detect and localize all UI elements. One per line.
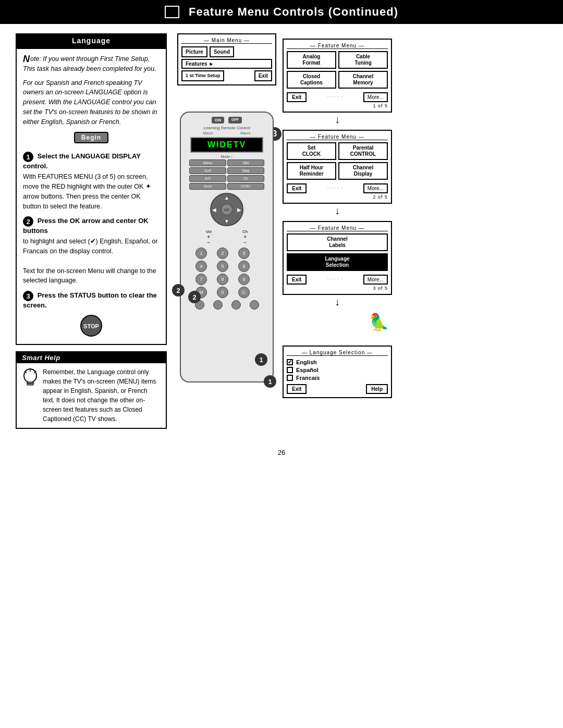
menu-3-dots: · · · · · (327, 277, 342, 281)
mode-label: Mode ↕ (185, 155, 268, 158)
num-5: 5 (217, 261, 228, 272)
smart-help-header: Smart Help (17, 352, 166, 363)
num-4: 4 (195, 261, 207, 272)
espanol-checkbox (287, 367, 293, 373)
dpad-left: ◀ (212, 207, 216, 213)
step-1-badge-remote: 1 (255, 353, 267, 366)
header-title: Feature Menu Controls (Continued) (189, 5, 398, 19)
num-8: 8 (217, 274, 228, 285)
step-1-indicator: 1 (264, 375, 276, 388)
feature-menu-1-title: — Feature Menu — (287, 43, 388, 49)
step-2-body: to highlight and select (✔) English, Esp… (23, 237, 160, 286)
feature-menu-1-grid: AnalogFormat CableTuning ClosedCaptions … (287, 51, 388, 89)
dpad-center[interactable]: OK (221, 204, 232, 215)
analog-format-item: AnalogFormat (287, 51, 336, 69)
macro2-label: Macro (240, 131, 250, 135)
begin-button: Begin (74, 132, 108, 143)
closed-captions-item: ClosedCaptions (287, 71, 336, 89)
feature-menu-1-container: — Feature Menu — AnalogFormat CableTunin… (283, 39, 392, 127)
left-column: Language Note: If you went through First… (16, 33, 167, 429)
half-hour-item: Half HourReminder (287, 162, 336, 180)
ch-btn: Ch (227, 175, 264, 182)
header-box (165, 6, 179, 18)
num-c: C (238, 287, 250, 298)
remote-control: 3 ON OFF Learning Remote Control Macro M… (177, 96, 276, 398)
main-menu-screen: — Main Menu — Picture Sound Features ► 1… (177, 33, 276, 85)
feature-menu-1: — Feature Menu — AnalogFormat CableTunin… (283, 39, 392, 113)
num-1: 1 (195, 248, 207, 259)
smart-help-text: Remember, the Language control only make… (43, 367, 161, 424)
lang-exit-row: Exit Help (287, 384, 388, 394)
note-text: Note: If you went through First Time Set… (23, 54, 160, 74)
feature-menu-2: — Feature Menu — SetCLOCK ParentalCONTRO… (283, 130, 392, 204)
vol-label: Vol+− (206, 229, 212, 245)
stop-icon: STOP (80, 314, 103, 337)
step-2: 2 Press the OK arrow and center OK butto… (23, 216, 160, 286)
parental-control-item: ParentalCONTROL (338, 142, 388, 160)
step-3: 3 Press the STATUS button to clear the s… (23, 291, 160, 309)
features-btn: Features ► (181, 59, 272, 69)
menu-2-page: 2 of 5 (287, 194, 388, 200)
francais-checkbox (287, 375, 293, 381)
step-3-title: Press the STATUS button to clear the scr… (23, 291, 157, 309)
espanol-label: Español (296, 367, 319, 373)
step-2-num: 2 (23, 216, 33, 227)
english-option: ✔ English (287, 359, 388, 365)
feature-menu-3-container: — Feature Menu — ChannelLabels LanguageS… (283, 221, 392, 309)
parrot-icon: 🦜 (369, 312, 389, 332)
cable-tuning-item: CableTuning (338, 51, 388, 69)
num-0: 0 (217, 287, 228, 298)
surf-btn: Surf (189, 167, 226, 174)
num-3: 3 (238, 248, 250, 259)
av-btn: A/V (189, 175, 226, 182)
para-text: For our Spanish and French speaking TV o… (23, 78, 160, 127)
dpad[interactable]: ▲ ▼ ◀ ▶ OK (210, 193, 243, 226)
sound-btn: Sound (210, 46, 234, 57)
menu-1-exit: Exit (287, 92, 307, 102)
feature-menu-3: — Feature Menu — ChannelLabels LanguageS… (283, 221, 392, 295)
lang-select-title: — Language Selection — (287, 350, 388, 356)
page-header: Feature Menu Controls (Continued) (0, 0, 563, 24)
number-grid: 1 2 3 4 5 6 7 8 9 M 0 C (195, 248, 258, 298)
step-1-title: Select the LANGUAGE DISPLAY control. (23, 153, 141, 170)
page-footer: 26 (0, 449, 563, 456)
bottom-btn-4 (250, 300, 259, 310)
step-2-indicator: 2 (172, 284, 185, 297)
lang-help-btn[interactable]: Help (366, 384, 388, 394)
feature-menu-2-title: — Feature Menu — (287, 134, 388, 140)
exit-btn: Exit (254, 70, 272, 81)
channel-display-item: ChannelDisplay (338, 162, 388, 180)
francais-label: Francais (296, 375, 320, 381)
svg-rect-4 (27, 384, 33, 385)
language-box: Note: If you went through First Time Set… (16, 48, 167, 345)
dpad-down: ▼ (224, 218, 229, 224)
language-select-screen: — Language Selection — ✔ English Español… (283, 346, 392, 398)
num-7: 7 (195, 274, 207, 285)
language-section-header: Language (16, 33, 167, 48)
lightbulb-svg (22, 367, 39, 390)
remote-brand-label: Learning Remote Control (185, 126, 268, 130)
step-1: 1 Select the LANGUAGE DISPLAY control. W… (23, 152, 160, 211)
step-1-body: With FEATURES MENU (3 of 5) on screen, m… (23, 172, 160, 211)
step-2-badge-remote: 2 (188, 291, 201, 303)
macro1-label: Macro (203, 131, 213, 135)
picture-btn: Picture (181, 46, 207, 57)
menu-2-dots: · · · · · (327, 186, 342, 190)
parrot-area: 🦜 (283, 312, 392, 343)
dpad-up: ▲ (224, 195, 229, 201)
bottom-btn-2 (213, 300, 223, 310)
channel-memory-item: ChannelMemory (338, 71, 388, 89)
smart-help-content: Remember, the Language control only make… (17, 363, 166, 428)
set-clock-item: SetCLOCK (287, 142, 336, 160)
language-selection-item: LanguageSelection (287, 253, 388, 271)
num-9: 9 (238, 274, 250, 285)
step-2-title: Press the OK arrow and center OK buttons (23, 217, 149, 235)
menu-3-page: 3 of 5 (287, 286, 388, 291)
channel-labels-item: ChannelLabels (287, 233, 388, 251)
num-2: 2 (217, 248, 228, 259)
num-6: 6 (238, 261, 250, 272)
slep-btn: Slep (227, 167, 264, 174)
lang-exit-btn[interactable]: Exit (287, 384, 307, 394)
arrow-1: ↓ (283, 114, 392, 126)
menu-1-page: 1 of 5 (287, 103, 388, 108)
